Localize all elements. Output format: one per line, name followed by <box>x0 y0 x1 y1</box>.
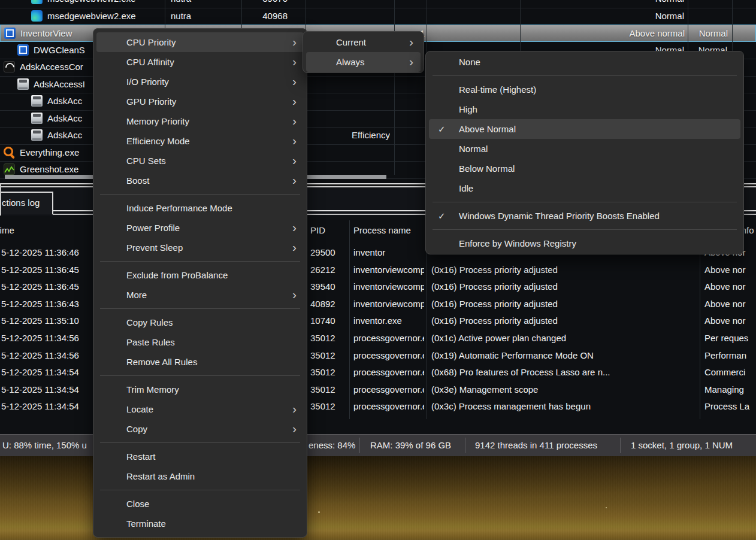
menu-item-trim-memory[interactable]: Trim Memory <box>96 380 304 399</box>
status-segment: eness: 84% <box>309 435 355 456</box>
log-more-info: Per reques <box>704 330 756 347</box>
menu-item-remove-all-rules[interactable]: Remove All Rules <box>96 352 304 372</box>
process-row[interactable]: msedgewebview2.exenutra40968Normal <box>0 8 756 26</box>
menu-item-high[interactable]: High <box>429 99 740 119</box>
log-message: (0x16) Process priority adjusted <box>431 313 698 330</box>
menu-item-restart-as-admin[interactable]: Restart as Admin <box>96 466 304 486</box>
process-user: nutra <box>171 0 237 8</box>
adsk-pot-icon <box>31 95 43 107</box>
edge-webview-icon <box>31 10 43 22</box>
menu-item-induce-performance-mode[interactable]: Induce Performance Mode <box>96 198 304 218</box>
log-time: 5-12-2025 11:36:45 <box>1 278 91 296</box>
menu-item-windows-dynamic-thread-priority-boosts-enabled[interactable]: ✓Windows Dynamic Thread Priority Boosts … <box>429 206 740 226</box>
process-number: 40968 <box>244 8 288 25</box>
process-efficiency-mode: Efficiency <box>309 127 390 144</box>
log-header-time[interactable]: Time <box>0 225 14 235</box>
always-submenu-separator <box>433 75 737 76</box>
menu-item-normal[interactable]: Normal <box>429 139 740 159</box>
menu-item-real-time-highest[interactable]: Real-time (Highest) <box>429 80 740 99</box>
log-process-name: inventorviewcomp... <box>353 296 424 313</box>
log-time: 5-12-2025 11:36:46 <box>1 244 91 262</box>
log-time: 5-12-2025 11:34:54 <box>1 398 91 415</box>
tab-actions-log[interactable]: ctions log <box>0 192 53 214</box>
log-header-pid[interactable]: PID <box>310 225 325 235</box>
log-time: 5-12-2025 11:36:45 <box>1 262 91 279</box>
log-message: (0x1c) Active power plan changed <box>431 330 698 347</box>
chevron-right-icon: › <box>409 32 413 51</box>
chevron-right-icon: › <box>292 419 297 438</box>
menu-item-copy[interactable]: Copy› <box>96 419 304 439</box>
menu-item-gpu-priority[interactable]: GPU Priority› <box>96 92 304 111</box>
cpu-priority-submenu: Current›Always› <box>303 31 424 73</box>
wallpaper-speck <box>606 507 607 508</box>
context-menu-separator <box>100 261 300 262</box>
log-process-name: processgovernor.exe <box>353 364 424 381</box>
column-divider <box>394 0 395 175</box>
menu-item-cpu-sets[interactable]: CPU Sets› <box>96 151 304 171</box>
menu-item-close[interactable]: Close <box>96 494 304 514</box>
log-more-info: Above nor <box>704 262 756 279</box>
process-name: msedgewebview2.exe <box>47 0 165 8</box>
log-pid: 40892 <box>310 296 346 313</box>
log-header-process[interactable]: Process name <box>353 225 411 235</box>
menu-item-memory-priority[interactable]: Memory Priority› <box>96 111 304 131</box>
log-time: 5-12-2025 11:34:54 <box>1 364 91 381</box>
menu-item-cpu-affinity[interactable]: CPU Affinity› <box>96 52 304 72</box>
menu-item-cpu-priority[interactable]: CPU Priority› <box>96 32 304 52</box>
menu-item-power-profile[interactable]: Power Profile› <box>96 218 304 238</box>
adsk-pot-icon <box>17 78 29 90</box>
menu-item-restart[interactable]: Restart <box>96 447 304 466</box>
log-pid: 10740 <box>310 313 346 330</box>
status-segment: 1 socket, 1 group, 1 NUM <box>631 435 733 456</box>
menu-item-paste-rules[interactable]: Paste Rules <box>96 332 304 352</box>
context-menu-separator <box>100 490 300 490</box>
menu-item-locate[interactable]: Locate› <box>96 399 304 419</box>
process-priority: Normal <box>539 0 684 8</box>
log-process-name: inventorviewcomp... <box>353 278 424 296</box>
menu-item-current[interactable]: Current› <box>306 32 421 52</box>
log-pid: 35012 <box>310 364 346 381</box>
menu-item-always[interactable]: Always› <box>306 52 421 72</box>
chevron-right-icon: › <box>292 131 297 150</box>
menu-item-i-o-priority[interactable]: I/O Priority› <box>96 72 304 92</box>
status-segment: U: 88% time, 150% u <box>2 435 87 456</box>
edge-webview-icon <box>31 0 43 4</box>
greenshot-icon <box>4 163 15 175</box>
menu-item-none[interactable]: None <box>429 52 740 72</box>
process-priority: Above normal <box>540 25 685 43</box>
menu-item-efficiency-mode[interactable]: Efficiency Mode› <box>96 131 304 151</box>
menu-item-more[interactable]: More› <box>96 285 304 305</box>
log-pid: 29500 <box>310 244 346 262</box>
log-time: 5-12-2025 11:35:10 <box>1 313 91 330</box>
log-pid: 39540 <box>310 278 346 296</box>
log-time: 5-12-2025 11:34:56 <box>1 330 91 347</box>
log-more-info: Managing <box>704 381 756 399</box>
menu-item-copy-rules[interactable]: Copy Rules <box>96 313 304 332</box>
menu-item-idle[interactable]: Idle <box>429 178 740 198</box>
process-row[interactable]: msedgewebview2.exenutra39070Normal <box>0 0 756 8</box>
log-message: (0x16) Process priority adjusted <box>431 296 698 313</box>
tab-actions-log-label: ctions log <box>2 198 40 208</box>
menu-item-terminate[interactable]: Terminate <box>96 514 304 533</box>
process-lasso-window: msedgewebview2.exenutra39070Normalmsedge… <box>0 0 756 540</box>
checkmark-icon: ✓ <box>438 119 446 139</box>
log-more-info: Above nor <box>704 278 756 296</box>
adsk-pot-icon <box>31 129 43 141</box>
log-message: (0x16) Process priority adjusted <box>431 278 698 296</box>
menu-item-above-normal[interactable]: ✓Above Normal <box>429 119 740 139</box>
menu-item-boost[interactable]: Boost› <box>96 171 304 190</box>
menu-item-below-normal[interactable]: Below Normal <box>429 159 740 178</box>
everything-icon <box>4 147 15 158</box>
log-process-name: processgovernor.exe <box>353 330 424 347</box>
chevron-right-icon: › <box>292 52 297 71</box>
log-time: 5-12-2025 11:34:54 <box>1 381 91 399</box>
inventor-view-icon <box>17 44 29 56</box>
menu-item-prevent-sleep[interactable]: Prevent Sleep› <box>96 238 304 257</box>
menu-item-enforce-by-windows-registry[interactable]: Enforce by Windows Registry <box>429 233 740 253</box>
log-process-name: processgovernor.exe <box>353 398 424 415</box>
always-submenu-separator <box>433 229 737 230</box>
inventor-view-icon <box>4 28 16 39</box>
menu-item-exclude-from-probalance[interactable]: Exclude from ProBalance <box>96 265 304 285</box>
log-more-info: Performan <box>704 347 756 365</box>
chevron-right-icon: › <box>292 72 297 91</box>
